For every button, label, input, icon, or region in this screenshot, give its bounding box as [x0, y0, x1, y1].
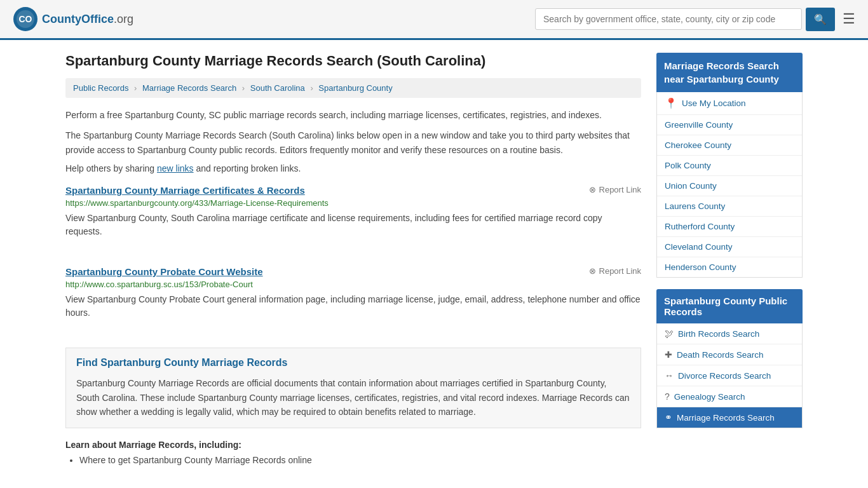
sidebar-item-laurens[interactable]: Laurens County [657, 196, 802, 217]
report-icon-1: ⊗ [589, 185, 596, 194]
logo-area: CO CountyOffice.org [13, 6, 133, 32]
sidebar-item-union[interactable]: Union County [657, 176, 802, 196]
birth-icon: 🕊 [665, 329, 674, 339]
list-item: Where to get Spartanburg County Marriage… [79, 455, 641, 465]
sidebar-item-rutherford[interactable]: Rutherford County [657, 217, 802, 237]
sidebar-item-greenville[interactable]: Greenville County [657, 115, 802, 135]
record-2-desc: View Spartanburg County Probate Court ge… [65, 293, 641, 320]
learn-title: Learn about Marriage Records, including: [65, 440, 641, 450]
sidebar-nearby-list: 📍 Use My Location Greenville County Cher… [656, 92, 803, 278]
record-1-url: https://www.spartanburgcounty.org/433/Ma… [65, 198, 641, 208]
marriage-records-link[interactable]: Marriage Records Search [677, 413, 775, 423]
death-icon: ✚ [665, 349, 672, 360]
record-1-title: Spartanburg County Marriage Certificates… [65, 185, 305, 196]
find-desc: Spartanburg County Marriage Records are … [76, 376, 630, 419]
death-records-link[interactable]: Death Records Search [677, 350, 764, 360]
record-1: Spartanburg County Marriage Certificates… [65, 185, 641, 252]
record-2-url: http://www.co.spartanburg.sc.us/153/Prob… [65, 280, 641, 289]
sidebar-item-cleveland-link[interactable]: Cleveland County [665, 242, 733, 252]
intro-text: Perform a free Spartanburg County, SC pu… [65, 108, 641, 122]
sidebar-public-section: Spartanburg County Public Records 🕊 Birt… [656, 289, 803, 428]
sidebar-nearby-header: Marriage Records Search near Spartanburg… [656, 53, 803, 92]
sidebar-genealogy[interactable]: ? Genealogy Search [657, 386, 802, 407]
divorce-icon: ↔ [665, 370, 674, 381]
svg-text:CO: CO [19, 14, 32, 24]
sidebar-item-henderson-link[interactable]: Henderson County [665, 262, 736, 272]
page-title: Spartanburg County Marriage Records Sear… [65, 53, 641, 69]
sidebar: Marriage Records Search near Spartanburg… [656, 53, 803, 468]
breadcrumb-public-records[interactable]: Public Records [73, 83, 128, 93]
genealogy-icon: ? [665, 391, 670, 402]
learn-section: Learn about Marriage Records, including:… [65, 440, 641, 465]
sidebar-item-cherokee-link[interactable]: Cherokee County [665, 140, 731, 150]
logo-text: CountyOffice.org [42, 13, 133, 26]
sidebar-item-cherokee[interactable]: Cherokee County [657, 135, 802, 156]
secondary-text: The Spartanburg County Marriage Records … [65, 128, 641, 157]
breadcrumb-sep-2: › [242, 83, 245, 93]
sidebar-birth-records[interactable]: 🕊 Birth Records Search [657, 323, 802, 344]
sidebar-item-location[interactable]: 📍 Use My Location [657, 92, 802, 115]
sidebar-public-header: Spartanburg County Public Records [656, 289, 803, 323]
genealogy-link[interactable]: Genealogy Search [674, 392, 745, 402]
record-1-link[interactable]: Spartanburg County Marriage Certificates… [65, 185, 305, 196]
record-2-header: Spartanburg County Probate Court Website… [65, 266, 641, 277]
birth-records-link[interactable]: Birth Records Search [678, 329, 759, 339]
marriage-icon: ⚭ [665, 412, 672, 423]
sidebar-public-list: 🕊 Birth Records Search ✚ Death Records S… [656, 323, 803, 428]
sidebar-item-cleveland[interactable]: Cleveland County [657, 237, 802, 257]
help-text: Help others by sharing new links and rep… [65, 163, 641, 173]
sidebar-item-laurens-link[interactable]: Laurens County [665, 201, 725, 211]
divorce-records-link[interactable]: Divorce Records Search [678, 371, 771, 381]
sidebar-item-location-link[interactable]: Use My Location [682, 98, 746, 108]
search-input[interactable] [535, 8, 802, 30]
breadcrumb-sep-1: › [134, 83, 137, 93]
sidebar-nearby-section: Marriage Records Search near Spartanburg… [656, 53, 803, 278]
search-button[interactable]: 🔍 [806, 8, 835, 31]
sidebar-item-rutherford-link[interactable]: Rutherford County [665, 222, 735, 231]
sidebar-item-polk[interactable]: Polk County [657, 156, 802, 176]
report-label-1: Report Link [599, 185, 641, 194]
location-icon: 📍 [665, 97, 677, 109]
breadcrumb: Public Records › Marriage Records Search… [65, 78, 641, 98]
new-links[interactable]: new links [157, 163, 194, 173]
sidebar-item-union-link[interactable]: Union County [665, 181, 717, 191]
sidebar-item-henderson[interactable]: Henderson County [657, 257, 802, 277]
record-1-desc: View Spartanburg County, South Carolina … [65, 212, 641, 238]
record-1-report[interactable]: ⊗ Report Link [589, 185, 641, 194]
record-2-title: Spartanburg County Probate Court Website [65, 266, 263, 277]
search-icon: 🔍 [814, 14, 827, 25]
breadcrumb-south-carolina[interactable]: South Carolina [250, 83, 305, 93]
search-area: 🔍 ☰ [535, 8, 855, 31]
hamburger-icon: ☰ [843, 11, 855, 27]
find-section: Find Spartanburg County Marriage Records… [65, 348, 641, 428]
find-title: Find Spartanburg County Marriage Records [76, 357, 630, 369]
report-icon-2: ⊗ [589, 266, 596, 276]
main-content: Spartanburg County Marriage Records Sear… [65, 53, 641, 468]
record-2: Spartanburg County Probate Court Website… [65, 266, 641, 334]
sidebar-item-greenville-link[interactable]: Greenville County [665, 120, 733, 130]
menu-button[interactable]: ☰ [843, 11, 855, 27]
header: CO CountyOffice.org 🔍 ☰ [0, 0, 868, 40]
record-1-header: Spartanburg County Marriage Certificates… [65, 185, 641, 196]
breadcrumb-sep-3: › [310, 83, 313, 93]
learn-list: Where to get Spartanburg County Marriage… [65, 455, 641, 465]
sidebar-death-records[interactable]: ✚ Death Records Search [657, 344, 802, 365]
logo-icon: CO [13, 6, 38, 32]
breadcrumb-spartanburg[interactable]: Spartanburg County [318, 83, 392, 93]
record-2-report[interactable]: ⊗ Report Link [589, 266, 641, 276]
sidebar-marriage-records[interactable]: ⚭ Marriage Records Search [657, 407, 802, 428]
record-2-link[interactable]: Spartanburg County Probate Court Website [65, 266, 263, 277]
breadcrumb-marriage-records[interactable]: Marriage Records Search [142, 83, 236, 93]
sidebar-item-polk-link[interactable]: Polk County [665, 161, 711, 170]
report-label-2: Report Link [599, 266, 641, 276]
content-area: Spartanburg County Marriage Records Sear… [53, 40, 815, 480]
sidebar-divorce-records[interactable]: ↔ Divorce Records Search [657, 365, 802, 386]
